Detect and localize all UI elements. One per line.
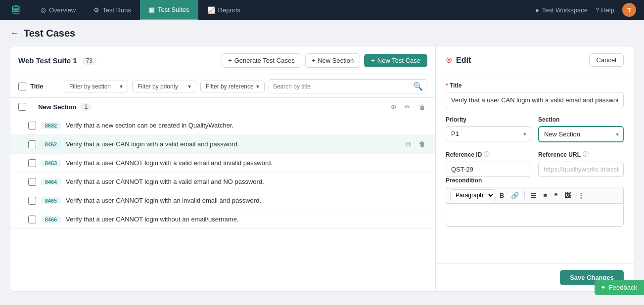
filter-priority-dropdown[interactable]: Filter by priority ▾ xyxy=(132,81,196,92)
copy-icon[interactable]: ⧉ xyxy=(404,195,413,206)
delete-icon[interactable]: 🗑 xyxy=(416,215,427,224)
reference-url-label: Reference URL xyxy=(538,151,581,158)
suite-count-badge: 73 xyxy=(82,57,96,65)
section-field-group: Section New Section xyxy=(538,116,624,142)
section-collapse-icon[interactable]: − xyxy=(30,103,34,111)
precondition-label: Precondition xyxy=(446,177,624,184)
delete-icon[interactable]: 🗑 xyxy=(416,158,427,168)
logo[interactable] xyxy=(8,2,24,18)
section-actions: ⊕ ✏ 🗑 xyxy=(389,102,427,112)
link-button[interactable]: 🔗 xyxy=(508,190,521,201)
edit-body: * Title Priority P1 P2 P3 xyxy=(436,74,634,263)
help-button[interactable]: ? Help xyxy=(596,6,614,14)
filter-section-dropdown[interactable]: Filter by section ▾ xyxy=(64,81,128,92)
tc-checkbox[interactable] xyxy=(28,197,36,205)
precondition-editor[interactable] xyxy=(446,203,624,227)
new-test-case-button[interactable]: + New Test Case xyxy=(364,54,427,67)
tc-checkbox[interactable] xyxy=(28,122,36,130)
user-avatar[interactable]: T xyxy=(622,3,636,17)
delete-icon[interactable]: 🗑 xyxy=(416,139,427,149)
feedback-icon: ✦ xyxy=(600,284,606,291)
table-row[interactable]: 8682 Verify that a new section can be cr… xyxy=(10,116,435,135)
tc-id: 8465 xyxy=(41,197,61,204)
tc-checkbox[interactable] xyxy=(28,159,36,167)
section-delete-icon[interactable]: 🗑 xyxy=(416,102,427,112)
reference-row: Reference ID ⓘ Reference URL ⓘ xyxy=(446,150,624,177)
reference-id-input[interactable] xyxy=(446,162,531,177)
table-row[interactable]: 8464 Verify that a user CANNOT login wit… xyxy=(10,173,435,191)
tc-id: 8462 xyxy=(41,141,61,148)
top-navigation: ◎ Overview ⚙ Test Runs ▦ Test Suites 📈 R… xyxy=(0,0,644,20)
title-input[interactable] xyxy=(446,92,624,108)
nav-overview[interactable]: ◎ Overview xyxy=(32,0,85,20)
generate-test-cases-button[interactable]: + Generate Test Cases xyxy=(222,53,301,68)
copy-icon[interactable]: ⧉ xyxy=(404,176,413,187)
tc-id: 8682 xyxy=(41,122,61,129)
tc-id: 8466 xyxy=(41,216,61,223)
tc-checkbox[interactable] xyxy=(28,140,36,148)
tc-id: 8464 xyxy=(41,178,61,185)
tc-id: 8463 xyxy=(41,160,61,167)
section-edit-icon[interactable]: ✏ xyxy=(403,102,413,112)
nav-items: ◎ Overview ⚙ Test Runs ▦ Test Suites 📈 R… xyxy=(32,0,535,20)
suite-title: Web Test Suite 1 xyxy=(18,56,77,65)
delete-icon[interactable]: 🗑 xyxy=(416,177,427,187)
copy-icon[interactable]: ⧉ xyxy=(404,139,413,149)
tc-checkbox[interactable] xyxy=(28,178,36,186)
image-button[interactable]: 🖼 xyxy=(562,190,573,201)
ordered-list-button[interactable]: ≡ xyxy=(541,190,550,201)
nav-test-suites[interactable]: ▦ Test Suites xyxy=(140,0,198,20)
bullet-list-button[interactable]: ☰ xyxy=(528,190,539,201)
testruns-icon: ⚙ xyxy=(93,6,99,14)
filter-reference-dropdown[interactable]: Filter by reference ▾ xyxy=(200,81,265,92)
new-section-button[interactable]: + New Section xyxy=(305,53,361,68)
cancel-button[interactable]: Cancel xyxy=(589,53,624,67)
reference-url-info-icon[interactable]: ⓘ xyxy=(583,150,589,159)
paragraph-select[interactable]: Paragraph xyxy=(450,189,495,201)
left-panel: Web Test Suite 1 73 + Generate Test Case… xyxy=(10,46,436,291)
edit-panel-title: Edit xyxy=(456,56,471,65)
workspace-selector[interactable]: ● Test Workspace xyxy=(535,6,588,14)
table-row[interactable]: 8462 Verify that a user CAN login with a… xyxy=(10,135,435,154)
table-row[interactable]: 8465 Verify that a user CANNOT login wit… xyxy=(10,191,435,210)
title-field-group: * Title xyxy=(446,82,624,108)
tc-title: Verify that a user CAN login with a vali… xyxy=(66,140,399,148)
select-all-checkbox[interactable] xyxy=(18,83,26,90)
section-count-badge: 1 xyxy=(80,103,92,111)
reference-url-input[interactable] xyxy=(538,162,624,177)
priority-select[interactable]: P1 P2 P3 P4 P5 xyxy=(446,126,531,141)
reference-id-info-icon[interactable]: ⓘ xyxy=(484,150,490,159)
precondition-toolbar: Paragraph B 🔗 ☰ ≡ ❝ 🖼 ⋮ xyxy=(446,187,624,203)
back-button[interactable]: ← xyxy=(10,28,19,39)
overview-icon: ◎ xyxy=(41,6,46,14)
feedback-button[interactable]: ✦ Feedback xyxy=(595,280,644,295)
priority-field-group: Priority P1 P2 P3 P4 P5 xyxy=(446,116,531,142)
table-row[interactable]: 8463 Verify that a user CANNOT login wit… xyxy=(10,154,435,173)
suite-header: Web Test Suite 1 73 + Generate Test Case… xyxy=(10,46,435,75)
quote-button[interactable]: ❝ xyxy=(552,190,560,201)
chevron-down-icon: ▾ xyxy=(120,83,123,90)
plus-icon: + xyxy=(312,57,316,64)
more-options-button[interactable]: ⋮ xyxy=(575,190,587,201)
nav-right: ● Test Workspace ? Help T xyxy=(535,3,636,17)
copy-icon[interactable]: ⧉ xyxy=(404,158,413,168)
nav-test-runs[interactable]: ⚙ Test Runs xyxy=(85,0,140,20)
nav-reports[interactable]: 📈 Reports xyxy=(198,0,250,20)
copy-icon[interactable]: ⧉ xyxy=(404,214,413,224)
section-select[interactable]: New Section xyxy=(538,126,624,142)
delete-icon[interactable]: 🗑 xyxy=(416,121,427,131)
table-row[interactable]: 8466 Verify that a user CANNOT login wit… xyxy=(10,210,435,229)
search-input[interactable] xyxy=(273,83,410,90)
page-header: ← Test Cases xyxy=(10,28,634,39)
bold-button[interactable]: B xyxy=(497,190,506,201)
section-add-icon[interactable]: ⊕ xyxy=(389,102,399,112)
tc-checkbox[interactable] xyxy=(28,216,36,223)
plus-icon: + xyxy=(228,57,232,64)
tc-title: Verify that a user CANNOT login with a v… xyxy=(66,159,399,167)
delete-icon[interactable]: 🗑 xyxy=(416,196,427,206)
toolbar-separator xyxy=(524,191,525,199)
edit-title-row: ⊗ Edit xyxy=(446,55,471,65)
test-case-list: 8682 Verify that a new section can be cr… xyxy=(10,116,435,229)
section-checkbox[interactable] xyxy=(18,103,26,111)
copy-icon[interactable]: ⧉ xyxy=(404,120,413,131)
